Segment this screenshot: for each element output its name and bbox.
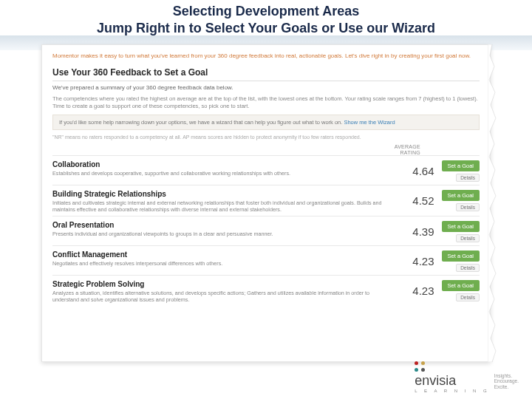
competency-name: Strategic Problem Solving	[52, 280, 383, 288]
title-line-1: Selecting Development Areas	[0, 3, 532, 20]
competency-rating: 4.23	[405, 255, 434, 267]
set-goal-button[interactable]: Set a Goal	[442, 190, 480, 201]
competency-row: CollaborationEstablishes and develops co…	[52, 155, 480, 185]
rating-column-header: AVERAGE RATING	[52, 144, 480, 155]
competency-row: Oral PresentationPresents individual and…	[52, 216, 480, 245]
details-button[interactable]: Details	[456, 293, 480, 301]
competency-row: Building Strategic RelationshipsInitiate…	[52, 185, 480, 216]
slide-title: Selecting Development Areas Jump Right i…	[0, 0, 532, 36]
legend-footnote: "NR" means no raters responded to a comp…	[52, 134, 480, 140]
set-goal-button[interactable]: Set a Goal	[442, 250, 480, 262]
details-button[interactable]: Details	[456, 203, 480, 211]
wizard-banner: If you'd like some help narrowing down y…	[52, 115, 480, 130]
competency-row: Strategic Problem SolvingAnalyzes a situ…	[52, 275, 480, 306]
competency-name: Collaboration	[52, 160, 383, 168]
competency-description: Initiates and cultivates strategic inter…	[52, 200, 383, 213]
competency-name: Oral Presentation	[52, 221, 383, 229]
set-goal-button[interactable]: Set a Goal	[442, 160, 480, 171]
show-wizard-link[interactable]: Show me the Wizard	[344, 119, 395, 126]
competency-name: Building Strategic Relationships	[52, 190, 383, 198]
competency-rating: 4.64	[405, 165, 434, 177]
set-goal-button[interactable]: Set a Goal	[442, 221, 480, 232]
logo-mark-icon	[415, 361, 425, 372]
intro-text: Momentor makes it easy to turn what you'…	[52, 52, 480, 60]
wizard-text: If you'd like some help narrowing down y…	[59, 119, 342, 126]
competency-description: Establishes and develops cooperative, su…	[52, 170, 383, 177]
competency-rating: 4.39	[405, 225, 434, 238]
section-subtitle: We've prepared a summary of your 360 deg…	[52, 84, 480, 91]
logo-subbrand: L E A R N I N G	[415, 389, 489, 393]
footer-logo: envisia L E A R N I N G Insights. Encour…	[415, 361, 519, 393]
details-button[interactable]: Details	[456, 174, 480, 182]
logo-tagline: Insights. Encourage. Excite.	[494, 373, 519, 390]
title-line-2: Jump Right in to Select Your Goals or Us…	[0, 20, 532, 37]
section-heading: Use Your 360 Feedback to Set a Goal	[52, 60, 480, 81]
competency-list: CollaborationEstablishes and develops co…	[52, 155, 480, 306]
competency-rating: 4.52	[405, 194, 434, 207]
goal-setup-panel: Momentor makes it easy to turn what you'…	[41, 44, 491, 362]
details-button[interactable]: Details	[456, 234, 480, 242]
logo-brand: envisia	[415, 373, 456, 389]
competency-description: Analyzes a situation, identifies alterna…	[52, 290, 383, 303]
competency-rating: 4.23	[405, 284, 434, 297]
competency-row: Conflict ManagementNegotiates and effect…	[52, 245, 480, 275]
set-goal-button[interactable]: Set a Goal	[442, 280, 480, 291]
competency-description: Presents individual and organizational v…	[52, 231, 383, 237]
details-button[interactable]: Details	[456, 264, 480, 272]
competency-name: Conflict Management	[52, 250, 383, 259]
competency-description: Negotiates and effectively resolves inte…	[52, 260, 383, 267]
section-note: The competencies where you rated the hig…	[52, 95, 480, 110]
